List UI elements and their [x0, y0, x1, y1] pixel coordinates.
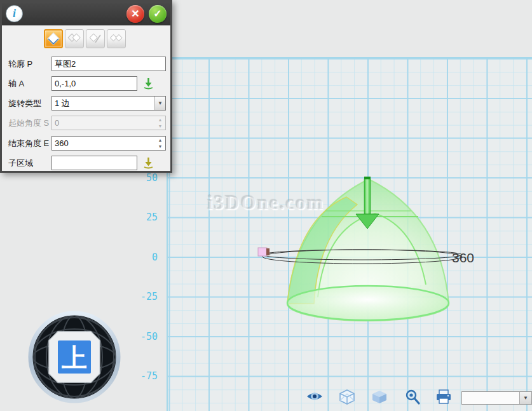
zoom-magnifier-icon[interactable]: [404, 389, 421, 405]
end-angle-label: 结束角度 E: [8, 136, 49, 151]
angle-drag-handle-tip: [266, 248, 269, 255]
end-angle-spin-buttons[interactable]: ▲ ▼: [156, 137, 165, 149]
revolve-type-select[interactable]: 1 边 ▼: [51, 96, 166, 111]
subregion-pick-arrow-icon[interactable]: [142, 156, 155, 170]
bottom-toolbar-dropdown[interactable]: ▼: [461, 391, 532, 405]
revolve-preview-scene[interactable]: 360: [248, 162, 499, 327]
start-angle-input: [51, 116, 166, 130]
axis-tick-25: 25: [130, 212, 158, 223]
viewcube-face-label: 上: [62, 344, 87, 372]
axis-label: 轴 A: [8, 76, 24, 91]
end-angle-spinner: ▲ ▼: [51, 136, 166, 151]
axis-arrow-shaft[interactable]: [364, 179, 371, 214]
mode-intersect-button[interactable]: [107, 29, 126, 48]
print-icon[interactable]: [435, 389, 453, 405]
end-angle-input[interactable]: [51, 136, 166, 151]
axis-pick-arrow-icon[interactable]: [142, 77, 155, 90]
solid-cube-icon[interactable]: [371, 389, 388, 405]
base-diamond-icon: [46, 32, 60, 46]
intersect-diamonds-icon: [109, 32, 124, 45]
start-angle-label: 起始角度 S: [8, 116, 49, 130]
dome-bottom-rim: [287, 286, 449, 320]
subregion-input[interactable]: [51, 156, 137, 170]
revolve-type-label: 旋转类型: [8, 96, 41, 111]
axis-row: 轴 A: [2, 76, 170, 91]
confirm-button[interactable]: ✓: [149, 5, 167, 23]
chevron-down-icon[interactable]: ▼: [154, 97, 165, 110]
wireframe-cube-icon[interactable]: [338, 389, 356, 405]
axis-tick-50: 50: [130, 172, 158, 184]
revolve-type-row: 旋转类型 1 边 ▼: [2, 96, 170, 111]
axis-tick-n75: -75: [130, 370, 158, 382]
axis-tick-0: 0: [130, 252, 158, 263]
mode-subtract-button[interactable]: [86, 29, 105, 48]
axis-input[interactable]: [51, 76, 137, 91]
cancel-button[interactable]: ✕: [126, 5, 144, 23]
subregion-label: 子区域: [8, 156, 33, 170]
mode-add-button[interactable]: [65, 29, 84, 48]
visibility-eye-icon[interactable]: [306, 389, 324, 405]
subregion-row: 子区域: [2, 156, 170, 170]
spin-down-icon: ▼: [158, 123, 163, 129]
profile-input[interactable]: [51, 57, 166, 71]
profile-row: 轮廓 P: [2, 57, 170, 71]
angle-drag-handle[interactable]: [258, 248, 267, 256]
axis-tick-n50: -50: [130, 331, 158, 342]
spin-down-icon[interactable]: ▼: [158, 144, 163, 149]
axis-tick-n25: -25: [130, 291, 158, 302]
spin-up-icon: ▲: [158, 117, 163, 123]
profile-label: 轮廓 P: [8, 57, 32, 71]
info-icon[interactable]: i: [6, 5, 23, 22]
chevron-down-icon[interactable]: ▼: [519, 392, 531, 404]
view-navigation-cube[interactable]: 上: [28, 311, 121, 403]
rotation-angle-value: 360: [452, 250, 474, 265]
start-angle-spin-buttons: ▲ ▼: [156, 117, 165, 129]
dialog-titlebar[interactable]: i ✕ ✓: [2, 2, 170, 25]
start-angle-row: 起始角度 S ▲ ▼: [2, 116, 170, 130]
start-angle-spinner: ▲ ▼: [51, 116, 166, 130]
revolve-dialog: i ✕ ✓: [0, 0, 172, 173]
mode-base-button[interactable]: [44, 29, 63, 48]
spin-up-icon[interactable]: ▲: [158, 137, 163, 143]
revolve-type-value: 1 边: [52, 97, 154, 110]
boolean-mode-toolbar: [44, 29, 126, 48]
add-diamonds-icon: [67, 32, 82, 45]
subtract-diamonds-icon: [88, 32, 103, 45]
end-angle-row: 结束角度 E ▲ ▼: [2, 136, 170, 151]
bottom-dropdown-value: [462, 392, 519, 404]
